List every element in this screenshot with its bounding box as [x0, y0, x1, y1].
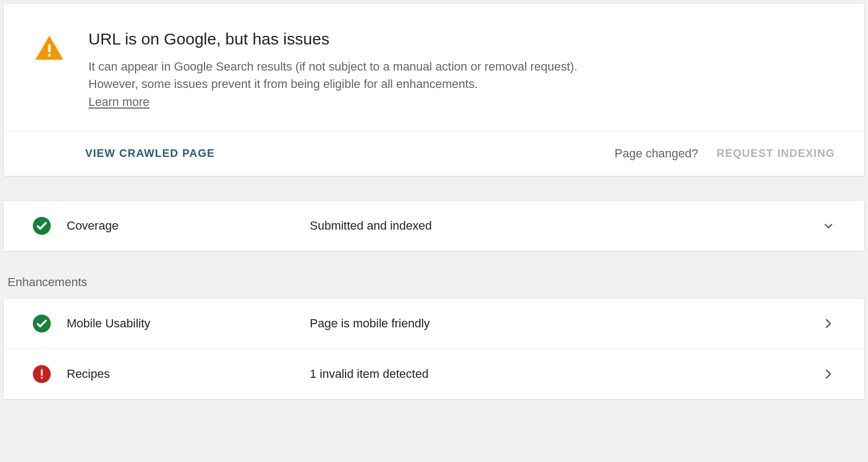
url-status-card: URL is on Google, but has issues It can … [3, 3, 865, 176]
enhancement-row-recipes[interactable]: Recipes 1 invalid item detected [4, 349, 864, 399]
error-circle-icon [32, 364, 52, 384]
svg-rect-0 [48, 45, 51, 52]
coverage-card[interactable]: Coverage Submitted and indexed [3, 200, 865, 251]
enhancement-label: Mobile Usability [67, 317, 295, 331]
chevron-right-icon [821, 366, 836, 382]
enhancement-value: Page is mobile friendly [310, 317, 806, 331]
enhancement-row-mobile-usability[interactable]: Mobile Usability Page is mobile friendly [4, 299, 864, 349]
coverage-value: Submitted and indexed [310, 219, 806, 233]
page-changed-label: Page changed? [615, 147, 698, 161]
svg-rect-1 [48, 54, 51, 57]
check-circle-icon [32, 216, 52, 236]
status-title: URL is on Google, but has issues [88, 30, 609, 48]
view-crawled-page-button[interactable]: VIEW CRAWLED PAGE [85, 147, 215, 160]
warning-icon [34, 33, 65, 64]
enhancements-heading: Enhancements [8, 275, 860, 289]
chevron-right-icon [821, 316, 836, 331]
status-actions-bar: VIEW CRAWLED PAGE Page changed? REQUEST … [4, 131, 864, 176]
request-indexing-button[interactable]: REQUEST INDEXING [717, 147, 835, 160]
status-text-block: URL is on Google, but has issues It can … [88, 30, 609, 109]
coverage-label: Coverage [67, 219, 295, 233]
chevron-down-icon [821, 218, 836, 233]
enhancements-list: Mobile Usability Page is mobile friendly… [3, 298, 865, 400]
svg-rect-5 [41, 369, 43, 376]
status-header: URL is on Google, but has issues It can … [4, 4, 864, 131]
svg-rect-6 [41, 377, 43, 378]
actions-right-group: Page changed? REQUEST INDEXING [615, 147, 835, 161]
enhancement-value: 1 invalid item detected [310, 367, 806, 381]
check-circle-icon [32, 314, 52, 333]
status-description: It can appear in Google Search results (… [88, 58, 609, 93]
learn-more-link[interactable]: Learn more [88, 95, 150, 109]
enhancement-label: Recipes [67, 367, 295, 381]
